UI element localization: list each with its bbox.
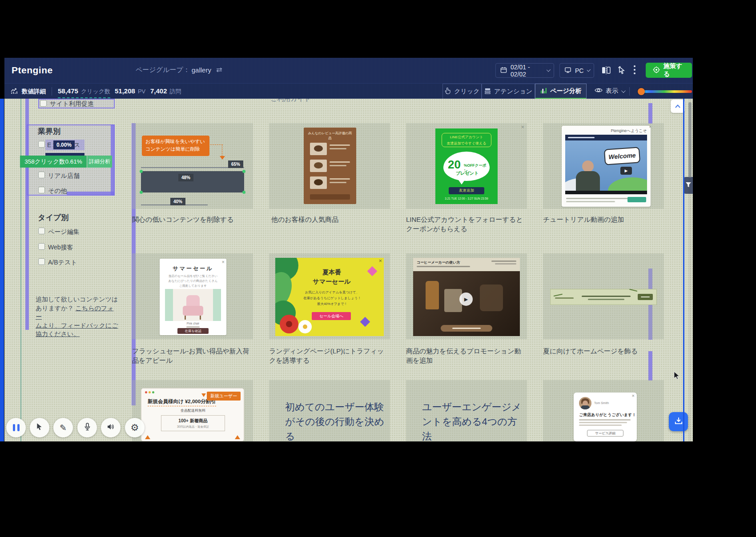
visits-label: 訪問 (170, 88, 181, 96)
gallery-card-tutorial-video[interactable]: Ptengineへようこそ × Welcome ▶ (543, 123, 664, 209)
checkbox-other[interactable] (38, 187, 45, 193)
clicks-label: クリック数 (81, 88, 110, 96)
avatar-name: Tom Smith (594, 401, 609, 405)
gallery-card-thanks-popup[interactable]: × Tom Smith ご来店ありがとうございます！ サービス詳細 (543, 380, 664, 441)
bar-chart-icon (540, 87, 547, 95)
member-sub: 全品配送料無料 (141, 408, 245, 413)
cursor-icon (36, 423, 44, 433)
selection-handle[interactable] (242, 191, 245, 194)
callout-bubble: お客様が興味を失いやすい コンテンツは簡単に削除 (142, 136, 209, 156)
filter-ab-test[interactable]: A/Bテスト (48, 259, 77, 267)
heatmap-gradient-bar (641, 90, 692, 93)
video-photo[interactable]: ▶ (413, 271, 520, 336)
more-menu-button[interactable] (633, 64, 636, 77)
action-cta-button[interactable]: 施策する (646, 63, 692, 78)
tab-page-analysis[interactable]: ページ分析 (535, 84, 587, 99)
checkbox-page-edit[interactable] (38, 228, 45, 234)
numeric-detail-button[interactable]: 数値詳細 (11, 87, 46, 96)
sale-desc: 当店のセール品をぜひご覧ください あなたにぴったりの商品がたくさん ご用意してお… (160, 274, 226, 289)
gallery-card-lp-banner[interactable]: × 夏本番 サマーセール お気に入りのアイテムを見つけて、 在庫があるうちにゲッ… (269, 253, 390, 339)
close-icon[interactable]: × (378, 259, 382, 263)
flyer-photo (310, 176, 327, 189)
card-caption: チュートリアル動画の追加 (543, 215, 661, 224)
scrollbar-thumb[interactable] (688, 102, 692, 178)
gallery-card-flash-sale[interactable]: × サマーセール 当店のセール品をぜひご覧ください あなたにぴったりの商品がたく… (132, 253, 253, 339)
browser-dot (152, 391, 154, 393)
microphone-button[interactable] (77, 418, 97, 437)
checkbox-web-engage[interactable] (38, 243, 45, 250)
attention-icon (484, 88, 491, 96)
video-frame[interactable]: Welcome ▶ (565, 135, 647, 194)
close-icon[interactable]: × (222, 260, 225, 264)
date-range-selector[interactable]: 02/01 - 02/02 (495, 63, 554, 78)
member-box-title: 100+ 新着商品 (161, 418, 225, 424)
detail-analysis-button[interactable]: 詳細分析 (87, 156, 112, 168)
arrow-down-icon (220, 156, 225, 160)
play-button[interactable]: ▶ (459, 293, 473, 306)
play-button[interactable]: ▶ (620, 167, 632, 175)
browser-dot (145, 391, 147, 393)
product-name: Pink chair (160, 322, 226, 325)
selection-handle[interactable] (140, 170, 143, 173)
feedback-form-link[interactable]: 協力ください。 (36, 330, 80, 337)
collector-widget-button[interactable] (669, 412, 688, 431)
filter-site-promo[interactable]: サイト利用促進 (50, 100, 94, 108)
sale-desc-2: あなたにぴったりの商品がたくさん (169, 279, 218, 282)
flyer-photo (310, 143, 327, 155)
checkbox-ab-test[interactable] (38, 258, 45, 265)
pv-stat: 51,208 PV (115, 87, 145, 95)
gallery-card-new-member[interactable]: 新規会員様向け ¥2,000分割引 全品配送料無料 100+ 新着商品 30日以… (132, 380, 253, 441)
click-tracking-button[interactable] (617, 66, 626, 76)
text-line: 法 (422, 429, 522, 441)
tab-attention[interactable]: アテンション (482, 84, 535, 99)
display-menu[interactable]: 表示 (595, 87, 624, 95)
promo-pill-button (441, 325, 492, 332)
gallery-card-summer-banner[interactable] (543, 253, 664, 339)
page-top-clipped-text: ご利用ガイド (270, 99, 311, 103)
gallery-card-popular-items[interactable]: みんなのレビュー高評価の商品 (269, 123, 390, 209)
flower-graphic-white (298, 320, 312, 333)
close-icon[interactable]: × (632, 393, 635, 398)
speaker-button[interactable] (101, 418, 121, 437)
close-icon[interactable]: × (649, 125, 651, 129)
swap-icon[interactable] (216, 66, 223, 74)
app-window: Ptengine ページグループ： gallery 02/01 - 02/02 (4, 58, 693, 441)
pencil-tool-button[interactable]: ✎ (53, 418, 73, 437)
checkbox-real-store[interactable] (38, 172, 45, 178)
filter-real-store[interactable]: リアル店舗 (48, 172, 80, 180)
sale-cta-button: セール会場へ (312, 312, 351, 320)
thanks-greeting: ご来店ありがとうございます！ (579, 412, 636, 418)
line-chart-icon (11, 87, 19, 96)
analyzed-page-viewport: ご利用ガイド サイト利用促進 業界別 Eコマース 0.00% 358クリック数0… (4, 99, 693, 441)
filter-page-edit[interactable]: ページ編集 (48, 228, 80, 236)
checkbox-ecommerce[interactable] (38, 141, 45, 148)
gallery-card-line-coupon[interactable]: × LINE公式アカウント 友達追加で今すぐ使える 20 %OFFクーポン プレ… (406, 123, 527, 209)
capture-border-right (683, 99, 684, 441)
page-group[interactable]: ページグループ： gallery (136, 66, 223, 74)
filter-web-engage[interactable]: Web接客 (48, 244, 73, 252)
settings-button[interactable]: ⚙ (125, 418, 145, 437)
pause-button[interactable] (6, 418, 26, 437)
filter-other[interactable]: その他 (48, 187, 67, 195)
checkbox-site-promo[interactable] (40, 100, 47, 107)
callout-connector (210, 144, 223, 145)
feedback-form-link[interactable]: ムより、フィードバックにご (36, 322, 118, 329)
clicks-stat[interactable]: 58,475 クリック数 (58, 87, 110, 98)
device-selector[interactable]: PC (559, 63, 594, 78)
gallery-card-engagement[interactable]: ユーザーエンゲージメ ントを高める4つの方 法 (406, 380, 527, 441)
lp-title: 夏本番 サマーセール (303, 268, 361, 286)
selection-handle[interactable] (140, 191, 143, 194)
selection-handle[interactable] (242, 170, 245, 173)
card-caption: 商品の魅力を伝えるプロモーション動画を追加 (406, 346, 524, 365)
tab-click[interactable]: クリック (442, 84, 482, 99)
heatmap-threshold-handle[interactable] (638, 88, 645, 95)
calendar-icon (500, 67, 507, 75)
compare-button[interactable] (601, 66, 611, 76)
gallery-card-delete-content[interactable]: お客様が興味を失いやすい コンテンツは簡単に削除 65% 48% 40% (132, 123, 253, 209)
gallery-card-promo-video[interactable]: コーヒーメーカーの使い方 ▶ (406, 253, 527, 339)
gallery-card-first-ux[interactable]: 初めてのユーザー体験 がその後の行動を決め る (269, 380, 390, 441)
pv-value: 51,208 (115, 87, 135, 95)
cursor-tool-button[interactable] (30, 418, 49, 437)
close-icon[interactable]: × (521, 125, 524, 129)
star-accent (360, 317, 370, 327)
